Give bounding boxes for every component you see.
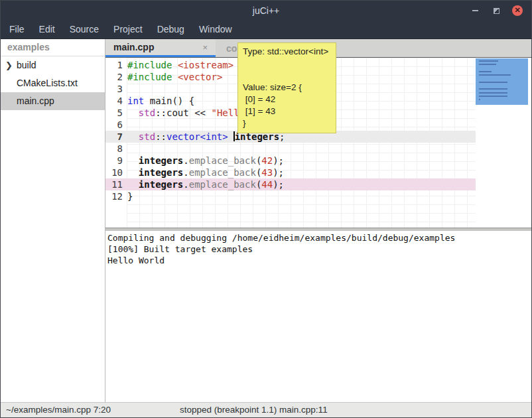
- tooltip-text-line: Type: std::vector<int>: [243, 46, 332, 58]
- token-pl: [127, 167, 139, 178]
- minimap-viewport[interactable]: [476, 58, 528, 105]
- line-number: 3: [105, 83, 123, 95]
- token-mf: emplace_back: [189, 155, 256, 166]
- token-pl: main() {: [144, 96, 194, 106]
- tooltip-text-line: Value: size=2 {: [243, 82, 332, 94]
- token-ns: std: [139, 131, 155, 142]
- minimize-icon: [472, 10, 478, 11]
- line-number: 2: [105, 71, 123, 83]
- editor-line[interactable]: 11 integers.emplace_back(44);: [105, 178, 476, 190]
- token-str: <vector>: [178, 72, 222, 82]
- sidebar-item-main-cpp[interactable]: main.cpp: [1, 92, 105, 110]
- minimap-code-line: [479, 99, 480, 100]
- file-name: CMakeLists.txt: [17, 78, 78, 88]
- editor-line[interactable]: 8: [105, 143, 476, 155]
- line-code: int main() {: [123, 95, 194, 107]
- close-icon: ✕: [512, 5, 523, 16]
- minimap-code-line: [479, 96, 507, 97]
- tab-label: main.cpp: [113, 42, 154, 52]
- minimap-code-line: [479, 74, 511, 76]
- tooltip-text-line: [243, 58, 332, 70]
- line-code: [123, 119, 127, 131]
- line-code: integers.emplace_back(43);: [123, 167, 284, 178]
- line-number: 12: [105, 190, 123, 202]
- line-number: 6: [105, 119, 123, 131]
- window-title: juCi++: [1, 1, 531, 21]
- token-mf: emplace_back: [189, 167, 256, 178]
- editor-line[interactable]: 12}: [105, 190, 476, 202]
- minimap-code-line: [479, 88, 507, 90]
- line-code: integers.emplace_back(44);: [123, 178, 284, 190]
- sidebar-item-build[interactable]: ❯build: [1, 56, 105, 74]
- token-pl: }: [127, 191, 133, 202]
- juci-window: { "window": { "title": "juCi++", "contro…: [0, 0, 532, 418]
- file-tree-sidebar: examples ❯buildCMakeLists.txtmain.cpp: [1, 39, 105, 402]
- token-pl: [127, 107, 139, 118]
- file-name: build: [17, 60, 36, 70]
- statusbar: ~/examples/main.cpp 7:20 stopped (breakp…: [1, 402, 531, 417]
- titlebar: juCi++ ✕: [1, 1, 531, 21]
- line-number: 1: [105, 59, 123, 71]
- tooltip-text-line: }: [243, 117, 332, 129]
- expand-chevron-icon[interactable]: ❯: [5, 56, 13, 74]
- line-number: 7: [105, 131, 123, 143]
- line-code: [123, 143, 127, 155]
- line-code: integers.emplace_back(42);: [123, 155, 284, 167]
- token-kw: int: [127, 96, 144, 106]
- token-pp: #include: [127, 60, 172, 70]
- close-button[interactable]: ✕: [509, 1, 526, 21]
- menu-item-project[interactable]: Project: [106, 21, 150, 38]
- minimap-code-line: [479, 92, 507, 94]
- token-pl: [172, 72, 177, 82]
- token-pl: ::: [155, 131, 166, 142]
- token-pl: ::cout <<: [155, 107, 211, 118]
- token-num: 44: [261, 179, 273, 190]
- menu-item-source[interactable]: Source: [62, 21, 106, 38]
- line-code: }: [123, 190, 133, 202]
- menu-item-window[interactable]: Window: [192, 21, 239, 38]
- project-name-header: examples: [1, 39, 105, 56]
- menu-item-edit[interactable]: Edit: [32, 21, 62, 38]
- token-mf: emplace_back: [189, 179, 256, 190]
- token-pl: [127, 179, 139, 190]
- token-pl: [228, 131, 233, 142]
- menubar: FileEditSourceProjectDebugWindow: [1, 21, 531, 39]
- status-debug-state: stopped (breakpoint 1.1) main.cpp:11: [180, 403, 328, 417]
- token-pl: .: [183, 167, 188, 178]
- editor-line[interactable]: 10 integers.emplace_back(43);: [105, 167, 476, 178]
- token-str: <iostream>: [178, 60, 233, 70]
- token-num: 42: [261, 155, 273, 166]
- line-number: 8: [105, 143, 123, 155]
- token-pl: );: [273, 179, 284, 190]
- token-pp: #include: [127, 72, 172, 82]
- token-ns: std: [139, 107, 155, 118]
- status-file-position: ~/examples/main.cpp 7:20: [6, 403, 111, 417]
- token-ty: vector<int>: [166, 131, 228, 142]
- token-pl: [127, 131, 139, 142]
- menu-item-debug[interactable]: Debug: [150, 21, 192, 38]
- minimap-code-line: [479, 60, 498, 62]
- line-number: 4: [105, 95, 123, 107]
- menu-item-file[interactable]: File: [2, 21, 32, 38]
- minimize-button[interactable]: [466, 1, 484, 21]
- line-number: 9: [105, 155, 123, 167]
- minimap-code-line: [479, 82, 507, 83]
- tooltip-text-line: [243, 70, 332, 82]
- console-output-line: Hello World: [107, 255, 531, 266]
- token-num: 43: [261, 167, 273, 178]
- file-name: main.cpp: [17, 96, 54, 106]
- console-output-line: [100%] Built target examples: [107, 244, 531, 255]
- token-pl: [127, 155, 139, 166]
- minimap-code-line: [479, 71, 492, 72]
- line-code: #include <vector>: [123, 71, 222, 83]
- token-pl: );: [273, 167, 284, 178]
- tab-close-icon[interactable]: ×: [200, 42, 210, 52]
- sidebar-item-cmakelists-txt[interactable]: CMakeLists.txt: [1, 74, 105, 92]
- tab-main-cpp[interactable]: main.cpp×: [105, 39, 216, 57]
- tooltip-text-line: [0] = 42: [243, 94, 332, 105]
- maximize-button[interactable]: [488, 1, 505, 21]
- editor-line[interactable]: 9 integers.emplace_back(42);: [105, 155, 476, 167]
- file-tree: ❯buildCMakeLists.txtmain.cpp: [1, 56, 105, 110]
- output-console[interactable]: Compiling and debugging /home/eidheim/ex…: [105, 231, 531, 402]
- token-pl: .: [183, 179, 188, 190]
